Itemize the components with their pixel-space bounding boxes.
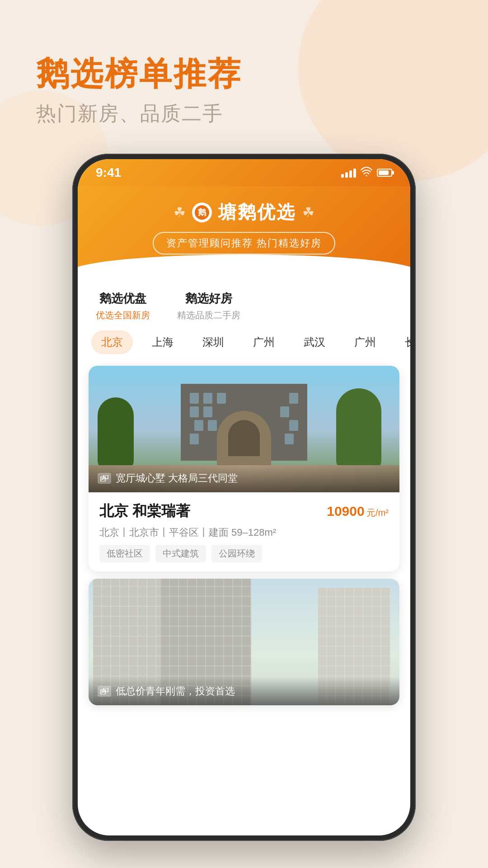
tab-second-hand-sub: 精选品质二手房	[177, 309, 240, 321]
card-location-1: 北京丨北京市丨平谷区丨建面 59–128m²	[99, 526, 389, 539]
svg-rect-8	[104, 689, 106, 691]
card-tag-1-3: 公园环绕	[211, 545, 262, 562]
card-title-1: 北京 和棠瑞著	[99, 501, 190, 521]
city-btn-wuhan[interactable]: 武汉	[294, 330, 335, 354]
brand-tagline: 资产管理顾问推荐 热门精选好房	[153, 232, 335, 255]
page-subtitle: 热门新房、品质二手	[36, 100, 242, 127]
card-tag-1-1: 低密社区	[99, 545, 150, 562]
city-btn-shenzhen[interactable]: 深圳	[192, 330, 234, 354]
app-header-banner: ☘ 鹅 塘鹅优选 ☘ 资产管理顾问推荐 热门精选好房	[78, 186, 410, 277]
brand-logo: 鹅	[192, 203, 212, 222]
signal-icon	[341, 168, 356, 178]
status-bar: 9:41	[78, 159, 410, 186]
tab-new-houses-label: 鹅选优盘	[99, 291, 146, 307]
leaf-left-icon: ☘	[174, 204, 186, 220]
status-time: 9:41	[96, 165, 121, 180]
status-icons	[341, 166, 392, 179]
city-btn-shanghai[interactable]: 上海	[142, 330, 183, 354]
wifi-icon	[361, 166, 372, 179]
property-card-2[interactable]: 低总价青年刚需，投资首选	[89, 579, 399, 705]
battery-icon	[377, 169, 392, 177]
city-btn-changsha[interactable]: 长沙	[395, 330, 410, 354]
property-list: 宽厅城心墅 大格局三代同堂 北京 和棠瑞著 10900 元/m²	[78, 359, 410, 835]
card-tag-1-2: 中式建筑	[155, 545, 206, 562]
overlay-building-icon	[98, 473, 111, 484]
card-tags-1: 低密社区 中式建筑 公园环绕	[99, 545, 389, 562]
card-price-1: 10900 元/m²	[327, 504, 389, 519]
card-info-1: 北京 和棠瑞著 10900 元/m² 北京丨北京市丨平谷区丨建面 59–128m…	[89, 492, 399, 571]
property-card-1[interactable]: 宽厅城心墅 大格局三代同堂 北京 和棠瑞著 10900 元/m²	[89, 366, 399, 571]
property-tabs: 鹅选优盘 优选全国新房 鹅选好房 精选品质二手房	[78, 277, 410, 326]
page-title: 鹅选榜单推荐	[36, 54, 242, 93]
card-overlay-text-2: 低总价青年刚需，投资首选	[116, 684, 235, 698]
svg-rect-3	[102, 478, 103, 480]
svg-rect-4	[104, 476, 106, 478]
svg-rect-7	[102, 691, 103, 693]
property-image-1: 宽厅城心墅 大格局三代同堂	[89, 366, 399, 492]
brand-name: 塘鹅优选	[218, 200, 296, 225]
tab-second-hand[interactable]: 鹅选好房 精选品质二手房	[177, 291, 240, 321]
property-image-2: 低总价青年刚需，投资首选	[89, 579, 399, 705]
city-btn-guangzhou[interactable]: 广州	[243, 330, 285, 354]
phone-mockup: 9:41	[72, 154, 416, 841]
svg-point-0	[366, 175, 367, 176]
tab-second-hand-label: 鹅选好房	[185, 291, 232, 307]
city-btn-beijing[interactable]: 北京	[91, 330, 133, 354]
tab-new-houses-sub: 优选全国新房	[96, 309, 150, 321]
city-btn-guangzhou2[interactable]: 广州	[344, 330, 386, 354]
card-overlay-2: 低总价青年刚需，投资首选	[89, 677, 399, 705]
city-filter: 北京 上海 深圳 广州 武汉 广州 长沙 杭...	[78, 326, 410, 359]
tab-new-houses[interactable]: 鹅选优盘 优选全国新房	[96, 291, 150, 321]
leaf-right-icon: ☘	[302, 204, 314, 220]
overlay-building-icon-2	[98, 686, 111, 697]
card-overlay-text-1: 宽厅城心墅 大格局三代同堂	[116, 472, 238, 485]
card-overlay-1: 宽厅城心墅 大格局三代同堂	[89, 464, 399, 492]
